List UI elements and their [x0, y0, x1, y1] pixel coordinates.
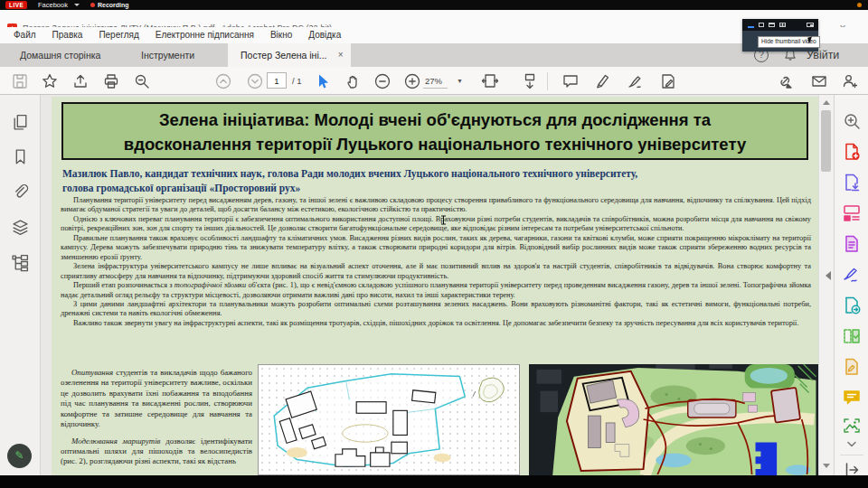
scrollbar-thumb[interactable] [821, 110, 831, 172]
menu-file[interactable]: Файл [5, 27, 44, 43]
poster-paragraph: Планування території університету перед … [61, 196, 811, 215]
menu-bar: Файл Правка Перегляд Електронне підписан… [0, 27, 868, 43]
search-icon[interactable] [133, 72, 151, 90]
send-for-comments-icon[interactable] [842, 296, 862, 315]
highlight-tool-icon[interactable] [594, 72, 612, 90]
stream-indicator-dot [857, 3, 862, 7]
share-upload-icon[interactable] [71, 72, 90, 90]
poster-paragraph: Опитування студентів та викладачів щодо … [61, 368, 252, 430]
poster-paragraph: Важливо також звернути увагу на інфрастр… [61, 319, 811, 328]
tools-pane-rail [834, 95, 868, 475]
tab-home[interactable]: Домашня сторінка [7, 43, 113, 67]
fill-sign-icon[interactable] [842, 265, 862, 285]
menu-esign[interactable]: Електронне підписання [147, 27, 262, 43]
split-view-icon[interactable] [769, 23, 775, 27]
bottom-black-bar [0, 475, 868, 488]
select-tool-pointer-icon[interactable] [314, 72, 332, 90]
page-number-input[interactable] [267, 72, 287, 89]
scroll-down-arrow-icon[interactable] [823, 464, 830, 468]
figure-1-topographic-survey-map [258, 364, 520, 475]
text-cursor-icon [440, 212, 447, 222]
add-person-icon[interactable] [841, 72, 859, 90]
print-icon[interactable] [102, 72, 120, 90]
poster-paragraph: Зелена інфраструктура університетського … [61, 262, 811, 281]
edit-page-tool-icon[interactable] [659, 72, 677, 90]
search-tools-icon[interactable] [842, 111, 862, 131]
scan-ocr-icon[interactable] [842, 417, 862, 436]
menu-edit[interactable]: Правка [44, 27, 91, 43]
more-tools-chevron-icon[interactable] [842, 436, 862, 446]
attachments-paperclip-icon[interactable] [11, 183, 30, 202]
tab-document-label: Постер Зелена іні... [241, 50, 327, 61]
menu-view[interactable]: Перегляд [90, 27, 146, 43]
fit-width-icon[interactable] [481, 72, 499, 90]
page-scrolling-icon[interactable] [521, 72, 539, 90]
poster-left-column: Опитування студентів та викладачів щодо … [61, 368, 252, 467]
request-signatures-icon[interactable] [842, 357, 862, 377]
save-icon[interactable] [11, 72, 29, 90]
star-favorite-icon[interactable] [41, 72, 59, 90]
tab-tools[interactable]: Інструменти [128, 43, 207, 67]
poster-paragraph: Перший етап розпочинається з топографічн… [61, 281, 811, 300]
layers-icon[interactable] [11, 218, 30, 237]
share-link-icon[interactable] [776, 72, 794, 90]
comment-icon[interactable] [842, 388, 862, 408]
scroll-up-arrow-icon[interactable] [823, 100, 830, 105]
page-thumbnails-icon[interactable] [11, 113, 30, 132]
recording-dot-icon [90, 3, 95, 7]
comment-tool-icon[interactable] [561, 72, 580, 90]
poster-author-line2: голова громадської організації «Просторо… [62, 181, 804, 195]
poster-paragraph: Моделювання маршрутів дозволяє ідентифік… [61, 436, 252, 467]
stream-platform-label[interactable]: Facebook [38, 1, 68, 9]
picture-in-picture-icon[interactable] [807, 23, 814, 27]
hand-tool-icon[interactable] [344, 72, 363, 90]
rail-divider [840, 455, 863, 455]
annotation-pencil-button[interactable]: ✎ [7, 444, 32, 468]
stream-status-bar: LIVE Facebook Recording [0, 0, 868, 10]
zoom-in-icon[interactable] [403, 72, 421, 90]
edit-pdf-icon[interactable] [842, 203, 862, 223]
create-form-icon[interactable] [842, 234, 862, 254]
create-pdf-icon[interactable] [842, 142, 862, 162]
poster-title-line1: Зелена ініціатива: Молоді вчені об'єдную… [63, 108, 807, 133]
bookmarks-icon[interactable] [11, 147, 30, 166]
email-icon[interactable] [810, 72, 828, 90]
webcam-controls-bar [742, 19, 818, 31]
poster-author: Мазилюк Павло, кандидат технічних наук, … [62, 166, 804, 195]
menu-help[interactable]: Довідка [300, 27, 349, 43]
chevron-down-icon[interactable] [74, 4, 80, 6]
next-page-icon[interactable] [246, 72, 264, 90]
figure-2-route-modelling-map [529, 364, 818, 475]
tab-document-active[interactable]: Постер Зелена іні... × [228, 43, 351, 67]
poster-paragraph: З цими даними ландшафтні архітектори та … [61, 300, 811, 319]
menu-window[interactable]: Вікно [262, 27, 300, 43]
poster-author-line1: Мазилюк Павло, кандидат технічних наук, … [62, 166, 804, 181]
zoom-dropdown-caret-icon[interactable]: ▼ [457, 78, 463, 84]
export-pdf-icon[interactable] [842, 173, 862, 192]
zoom-level-value[interactable]: 27% [423, 76, 448, 89]
poster-title-banner: Зелена ініціатива: Молоді вчені об'єдную… [61, 102, 808, 160]
sign-tool-icon[interactable] [627, 72, 645, 90]
minimize-video-icon[interactable] [748, 26, 754, 28]
order-structure-icon[interactable] [11, 253, 30, 272]
document-tab-bar: Домашня сторінка Інструменти Постер Зеле… [0, 43, 868, 67]
poster-title-line2: вдосконалення території Луцького націона… [63, 133, 807, 157]
organize-pages-icon[interactable] [842, 326, 862, 346]
poster-bottom-section: Опитування студентів та викладачів щодо … [52, 364, 818, 475]
previous-page-icon[interactable] [214, 72, 232, 90]
poster-body-text: Планування території університету перед … [61, 196, 811, 328]
toolbar-divider [547, 72, 548, 90]
navigation-pane-rail [0, 95, 41, 475]
poster-paragraph: Правильне планування також враховує особ… [61, 234, 811, 262]
tab-close-icon[interactable]: × [338, 43, 344, 67]
small-video-icon[interactable] [759, 23, 764, 27]
grid-view-icon[interactable] [779, 23, 786, 27]
pdf-poster-page: Зелена ініціатива: Молоді вчені об'єдную… [52, 97, 818, 475]
zoom-out-icon[interactable] [373, 72, 392, 90]
collapse-right-panel-handle[interactable] [826, 271, 831, 280]
live-badge: LIVE [5, 1, 27, 9]
recording-label: Recording [98, 1, 129, 9]
window-title-bar: Постер Зелена ініціатива ЛНТУ (Мазилюк П… [0, 10, 868, 27]
poster-paragraph: Однією з ключових переваг планування тер… [61, 215, 811, 234]
page-count-label: / 1 [292, 76, 302, 86]
